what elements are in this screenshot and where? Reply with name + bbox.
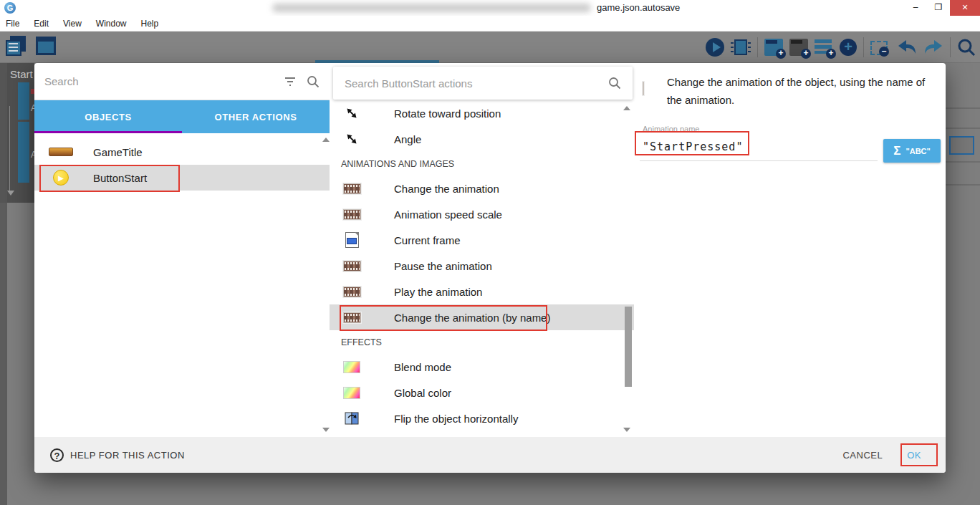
help-button[interactable]: ? HELP FOR THIS ACTION <box>50 448 185 462</box>
action-row-angle[interactable]: Angle <box>330 126 634 152</box>
action-search-input[interactable] <box>345 77 600 90</box>
rotate-icon <box>345 107 358 120</box>
project-manager-icon[interactable] <box>6 36 27 56</box>
buttonstart-sprite-icon: ▶ <box>53 170 69 186</box>
title-blurred-path <box>272 4 591 12</box>
object-search-bar <box>34 63 330 100</box>
maximize-button[interactable]: ❐ <box>927 0 950 16</box>
panel-edge-fragment <box>0 203 7 505</box>
cancel-button[interactable]: CANCEL <box>842 450 883 461</box>
action-row-flip-the-object-horizontally[interactable]: Flip the object horizontally <box>330 405 634 431</box>
sigma-icon: Σ <box>893 144 900 158</box>
minimize-button[interactable]: – <box>904 0 927 16</box>
action-row-current-frame[interactable]: Current frame <box>330 227 634 253</box>
filter-icon[interactable] <box>284 77 297 87</box>
scrollbar-thumb[interactable] <box>625 307 632 387</box>
actions-list: Rotate toward positionAngleANIMATIONS AN… <box>330 100 634 437</box>
menu-item-file[interactable]: File <box>6 19 19 29</box>
action-label: Change the animation <box>394 183 499 195</box>
object-label: GameTitle <box>93 146 143 158</box>
scroll-up-arrow[interactable] <box>322 138 330 142</box>
tab-objects[interactable]: OBJECTS <box>34 100 182 133</box>
events-tab-label: Start P <box>10 68 34 80</box>
action-editor-dialog: OBJECTSOTHER ACTIONS GameTitle▶ButtonSta… <box>34 63 946 473</box>
objects-list: GameTitle▶ButtonStart <box>34 139 330 191</box>
add-external-events-icon[interactable]: + <box>815 39 833 56</box>
filmstrip-icon <box>343 312 361 323</box>
add-external-layout-icon[interactable]: + <box>789 39 808 56</box>
separator <box>757 37 758 57</box>
close-button[interactable]: ✕ <box>950 0 980 16</box>
action-label: Current frame <box>394 234 461 246</box>
title-bar: G game.json.autosave – ❐ ✕ <box>0 0 980 16</box>
scroll-down-arrow[interactable] <box>623 428 630 432</box>
add-resource-icon[interactable]: + <box>840 39 857 56</box>
object-search-input[interactable] <box>44 75 274 87</box>
rotate-icon <box>345 133 358 145</box>
action-label: Play the animation <box>394 286 482 298</box>
menu-item-edit[interactable]: Edit <box>34 19 49 29</box>
action-row-change-the-animation-by-name-[interactable]: Change the animation (by name) <box>330 304 634 330</box>
help-icon: ? <box>50 448 64 462</box>
annotation-box-input <box>635 131 749 155</box>
action-label: Flip the object horizontally <box>394 413 518 425</box>
rainbow-icon <box>343 387 360 399</box>
action-detail-panel: Change the animation of the object, usin… <box>634 63 946 473</box>
filmstrip-icon <box>643 82 644 95</box>
action-row-play-the-animation[interactable]: Play the animation <box>330 279 634 304</box>
scene-editor-icon[interactable] <box>36 37 56 55</box>
action-description: Change the animation of the object, usin… <box>667 73 933 109</box>
object-row-buttonstart[interactable]: ▶ButtonStart <box>34 165 330 191</box>
window-title: game.json.autosave <box>597 2 680 13</box>
action-label: Pause the animation <box>394 260 492 272</box>
filmstrip-icon <box>343 209 361 220</box>
action-row-change-the-animation[interactable]: Change the animation <box>330 175 634 201</box>
separator <box>950 37 951 57</box>
search-icon[interactable] <box>957 38 976 57</box>
scroll-up-arrow[interactable] <box>623 106 630 110</box>
debug-icon[interactable] <box>734 39 747 55</box>
menu-bar: FileEditViewWindowHelp <box>0 16 980 32</box>
action-label: Animation speed scale <box>394 208 502 221</box>
action-label: Global color <box>394 387 451 399</box>
action-label: Rotate toward position <box>394 107 501 120</box>
remove-events-icon[interactable]: – <box>870 41 888 55</box>
undo-icon[interactable] <box>897 39 917 56</box>
event-block-fragment <box>18 82 29 120</box>
action-row-pause-the-animation[interactable]: Pause the animation <box>330 253 634 279</box>
play-icon[interactable] <box>706 38 724 57</box>
scroll-down-arrow[interactable] <box>322 428 330 432</box>
search-icon[interactable] <box>608 77 621 90</box>
filmstrip-icon <box>343 261 361 271</box>
tree-collapse-arrow <box>7 191 14 196</box>
menu-item-window[interactable]: Window <box>96 19 127 29</box>
menu-item-help[interactable]: Help <box>141 19 159 29</box>
current-frame-icon <box>345 232 359 248</box>
action-row-blend-mode[interactable]: Blend mode <box>330 354 634 380</box>
action-label: Angle <box>394 133 421 145</box>
separator <box>863 37 864 57</box>
redo-icon[interactable] <box>923 39 943 56</box>
action-row-animation-speed-scale[interactable]: Animation speed scale <box>330 201 634 227</box>
gdevelop-logo-icon: G <box>4 2 16 14</box>
toolbar: ++++– <box>0 32 980 63</box>
flip-horizontal-icon <box>345 411 359 425</box>
dialog-footer: ? HELP FOR THIS ACTION CANCEL OK <box>34 437 946 473</box>
object-row-gametitle[interactable]: GameTitle <box>34 139 330 165</box>
action-row-partial[interactable] <box>330 431 634 437</box>
gametitle-sprite-icon <box>49 148 73 156</box>
add-scene-icon[interactable]: + <box>764 39 783 56</box>
rainbow-icon <box>343 361 360 373</box>
search-icon[interactable] <box>307 75 320 88</box>
objects-panel: OBJECTSOTHER ACTIONS GameTitle▶ButtonSta… <box>34 63 330 473</box>
events-editor-fragment: Start P A A <box>7 63 34 203</box>
filmstrip-icon <box>343 287 361 297</box>
expression-editor-button[interactable]: Σ "ABC" <box>883 139 941 163</box>
action-search-bar <box>333 67 633 100</box>
actions-panel: Rotate toward positionAngleANIMATIONS AN… <box>330 63 634 473</box>
menu-item-view[interactable]: View <box>63 19 82 29</box>
action-row-global-color[interactable]: Global color <box>330 380 634 405</box>
section-header: ANIMATIONS AND IMAGES <box>330 152 634 175</box>
tab-other-actions[interactable]: OTHER ACTIONS <box>182 100 330 133</box>
action-row-rotate-toward-position[interactable]: Rotate toward position <box>330 100 634 126</box>
